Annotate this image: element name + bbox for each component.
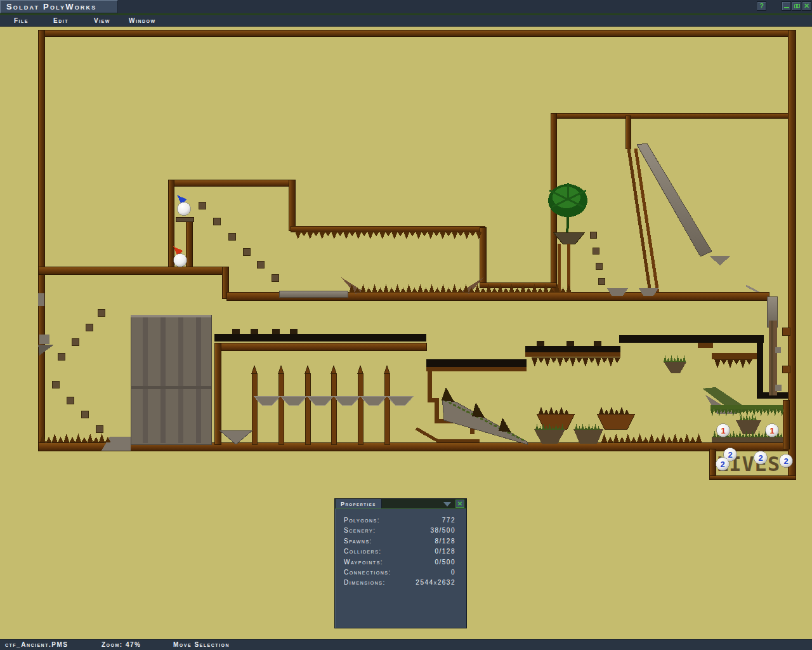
window-title-block: Soldat PolyWorks [0, 0, 118, 13]
properties-tab-label: Properties [341, 501, 376, 507]
window-title: Soldat PolyWorks [6, 2, 96, 11]
menu-edit[interactable]: Edit [53, 17, 69, 24]
properties-panel: Properties ✕ Polygons:772 Scenery:38/500… [334, 498, 467, 628]
property-row-scenery: Scenery:38/500 [344, 527, 455, 537]
menu-window[interactable]: Window [129, 17, 156, 24]
minimize-button[interactable] [782, 1, 791, 11]
property-row-polygons: Polygons:772 [344, 517, 455, 527]
menu-view[interactable]: View [94, 17, 110, 24]
properties-list: Polygons:772 Scenery:38/500 Spawns:8/128… [335, 509, 466, 590]
panel-close-button[interactable]: ✕ [455, 500, 464, 508]
property-row-connections: Connections:0 [344, 569, 455, 579]
spawn-marker-team2[interactable]: 2 [716, 458, 730, 471]
property-row-colliders: Colliders:0/128 [344, 548, 455, 558]
spawn-marker-team1[interactable]: 1 [766, 424, 779, 437]
menu-file[interactable]: File [14, 17, 29, 24]
help-button[interactable]: ? [757, 1, 766, 11]
svg-text:2: 2 [783, 456, 788, 466]
svg-text:2: 2 [758, 453, 763, 463]
map-canvas[interactable]: LIVES 112222 Properties ✕ Polygons:772 S… [0, 27, 812, 639]
spawn-marker-team2[interactable]: 2 [780, 454, 793, 468]
panel-dropdown-icon[interactable] [443, 502, 451, 507]
minimize-icon [784, 7, 789, 8]
spawn-marker-team1[interactable]: 1 [717, 424, 730, 437]
properties-panel-header: Properties ✕ [335, 499, 466, 509]
close-button[interactable]: ✕ [802, 1, 811, 11]
restore-button[interactable] [792, 1, 801, 11]
close-icon: ✕ [804, 2, 809, 10]
property-row-dimensions: Dimensions:2544x2632 [344, 579, 455, 589]
help-icon: ? [759, 2, 764, 10]
status-bar: ctf_Ancient.PMS Zoom: 47% Move Selection [0, 639, 812, 650]
status-zoom: Zoom: 47% [102, 641, 141, 648]
svg-text:1: 1 [721, 426, 725, 435]
properties-tab[interactable]: Properties [336, 499, 382, 508]
svg-text:2: 2 [720, 460, 724, 469]
spawn-marker-team2[interactable]: 2 [754, 451, 768, 465]
status-mode: Move Selection [173, 641, 230, 648]
status-filename: ctf_Ancient.PMS [5, 641, 68, 648]
property-row-spawns: Spawns:8/128 [344, 538, 455, 548]
menu-bar: File Edit View Window [0, 15, 812, 27]
svg-text:2: 2 [728, 450, 732, 460]
title-bar: Soldat PolyWorks ? ✕ [0, 0, 812, 13]
property-row-waypoints: Waypoints:0/500 [344, 559, 455, 569]
svg-text:1: 1 [769, 426, 774, 435]
